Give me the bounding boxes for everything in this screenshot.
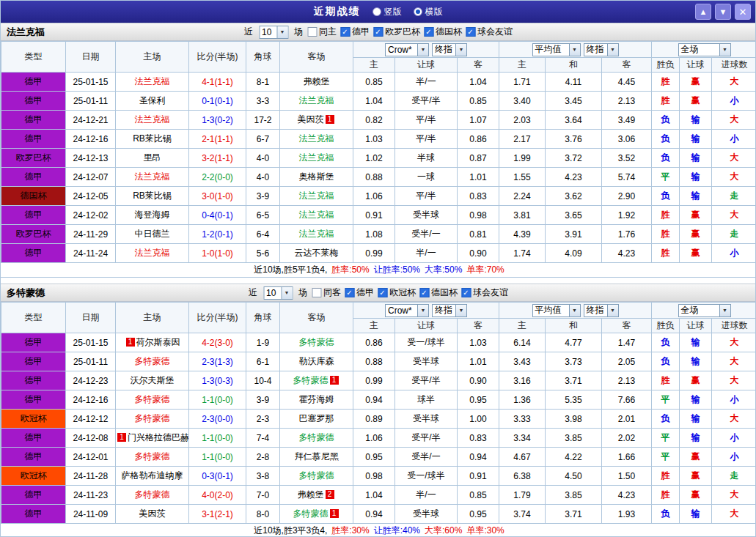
home-team-cell: 1门兴格拉德巴赫 [116,429,189,448]
odds-time-select-1[interactable]: 终指▼ [432,43,467,56]
odds-time-select-2-value: 终指 [584,304,606,316]
home-team-cell: 中日德兰 [116,225,189,244]
result-goals: 大 [712,352,756,371]
titlebar-buttons: ▲ ▼ ✕ [695,4,751,20]
corners-cell: 8-1 [246,73,280,92]
summary-segment: 胜率:50% [329,264,371,275]
league-filter-checkbox-1[interactable]: ✓欧冠杯 [378,286,416,299]
home-team-cell: 多特蒙德 [116,448,189,467]
away-team-cell: 弗赖堡2 [280,486,353,505]
avg-away-odds: 2.13 [602,92,652,111]
result-outcome: 平 [652,168,680,187]
avg-away-odds: 5.74 [602,168,652,187]
match-row: 德甲25-01-151荷尔斯泰因4-2(3-0)1-9多特蒙德0.86受一/球半… [1,333,756,352]
same-venue-checkbox[interactable]: 同客 [312,286,341,299]
avg-home-odds: 1.79 [499,486,546,505]
home-team-cell: 圣保利 [116,92,189,111]
league-filter-checkbox-0[interactable]: ✓德甲 [340,26,370,38]
bookmaker-odds-group-header: Crow*▼终指▼ [353,42,499,58]
match-date: 24-11-24 [66,244,116,263]
score-cell: 1-3(0-3) [189,371,246,390]
avg-home-odds: 3.33 [499,410,546,429]
team-name-text: 多特蒙德 [135,489,170,500]
team-name-text: 云达不莱梅 [295,248,339,258]
match-count-select-value: 10 [260,27,274,37]
team-name-text: 里昂 [144,152,161,163]
result-goals: 大 [712,410,756,429]
average-select[interactable]: 平均值▼ [532,43,581,56]
window-title: 近期战绩 [314,5,361,18]
bookmaker-select[interactable]: Crow*▼ [385,43,429,56]
odds-time-select-2[interactable]: 终指▼ [584,43,619,56]
header-subcol: 客 [458,58,499,73]
match-date: 24-12-21 [66,111,116,130]
table-header-row-1: 类型日期主场比分(半场)角球客场Crow*▼终指▼平均值▼终指▼全场▼ [1,303,756,319]
handicap-line: 受半球 [395,352,458,371]
move-up-button[interactable]: ▲ [695,4,711,20]
avg-draw-odds: 3.91 [546,225,602,244]
league-filter-checkbox-2[interactable]: ✓德国杯 [419,286,458,299]
away-odds: 1.03 [458,333,499,352]
score-cell: 3-0(1-0) [189,187,246,206]
result-handicap: 赢 [680,244,712,263]
league-filter-checkbox-1[interactable]: ✓欧罗巴杯 [373,26,420,38]
result-goals: 大 [712,168,756,187]
match-row: 德甲24-11-24法兰克福1-0(1-0)5-6云达不莱梅0.99半/一0.9… [1,244,756,263]
handicap-line: 受半球 [395,206,458,225]
score-cell: 0-4(0-1) [189,206,246,225]
league-filter-checkbox-3[interactable]: ✓球会友谊 [461,286,508,299]
match-date: 24-12-05 [66,187,116,206]
avg-home-odds: 1.74 [499,244,546,263]
avg-away-odds: 2.02 [602,429,652,448]
dropdown-arrow-icon: ▼ [719,44,730,56]
dropdown-arrow-icon: ▼ [455,44,466,56]
league-filter-checkbox-2[interactable]: ✓德国杯 [424,26,462,38]
match-row: 德甲24-12-02海登海姆0-4(0-1)6-5法兰克福0.91受半球0.98… [1,206,756,225]
score-cell: 1-1(0-0) [189,429,246,448]
avg-away-odds: 7.66 [602,390,652,410]
away-team-cell: 奥格斯堡 [280,168,353,187]
league-filter-checkbox-3[interactable]: ✓球会友谊 [466,26,513,38]
move-down-button[interactable]: ▼ [715,4,731,20]
view-option-vertical[interactable]: 竖版 [373,6,402,18]
team-section-2: 多特蒙德近10▼场同客✓德甲✓欧冠杯✓德国杯✓球会友谊类型日期主场比分(半场)角… [1,284,755,537]
header-subcol: 让球 [395,58,458,73]
avg-draw-odds: 3.85 [546,429,602,448]
match-date: 24-12-02 [66,206,116,225]
league-filter-checkbox-0[interactable]: ✓德甲 [345,286,374,299]
view-option-horizontal[interactable]: 横版 [414,6,443,18]
league-badge: 德甲 [1,486,66,505]
odds-time-select-1[interactable]: 终指▼ [432,304,467,317]
average-select[interactable]: 平均值▼ [532,304,581,317]
header-subcol: 进球数 [712,319,756,333]
team-name-text: 中日德兰 [135,229,170,239]
bookmaker-select[interactable]: Crow*▼ [385,304,429,317]
radio-horizontal-icon [414,7,422,16]
dropdown-arrow-icon: ▼ [276,26,287,38]
team-name-text: 沃尔夫斯堡 [131,375,175,385]
league-badge: 德国杯 [1,187,66,206]
scope-select[interactable]: 全场▼ [678,304,731,317]
match-date: 24-12-07 [66,168,116,187]
same-venue-checkbox[interactable]: 同主 [307,26,337,38]
handicap-line: 受平/半 [395,429,458,448]
avg-home-odds: 1.99 [499,149,546,168]
score-cell: 1-0(1-0) [189,244,246,263]
away-team-cell: 法兰克福 [280,225,353,244]
odds-time-select-2[interactable]: 终指▼ [584,304,619,317]
sections-container: 法兰克福近10▼场同主✓德甲✓欧罗巴杯✓德国杯✓球会友谊类型日期主场比分(半场)… [1,23,755,537]
match-date: 25-01-15 [66,333,116,352]
match-row: 德甲24-11-09美因茨3-1(2-1)8-0多特蒙德10.94受半球0.95… [1,505,756,524]
home-odds: 0.94 [353,505,395,524]
home-team-cell: 美因茨 [116,505,189,524]
dropdown-arrow-icon: ▼ [417,305,428,316]
avg-home-odds: 4.39 [499,225,546,244]
match-count-select[interactable]: 10▼ [259,26,288,39]
match-date: 24-11-29 [66,225,116,244]
scope-select[interactable]: 全场▼ [678,43,731,56]
close-button[interactable]: ✕ [735,4,751,20]
match-count-select[interactable]: 10▼ [263,286,293,300]
avg-draw-odds: 3.98 [546,410,602,429]
avg-draw-odds: 4.77 [546,333,602,352]
avg-home-odds: 3.16 [499,371,546,390]
